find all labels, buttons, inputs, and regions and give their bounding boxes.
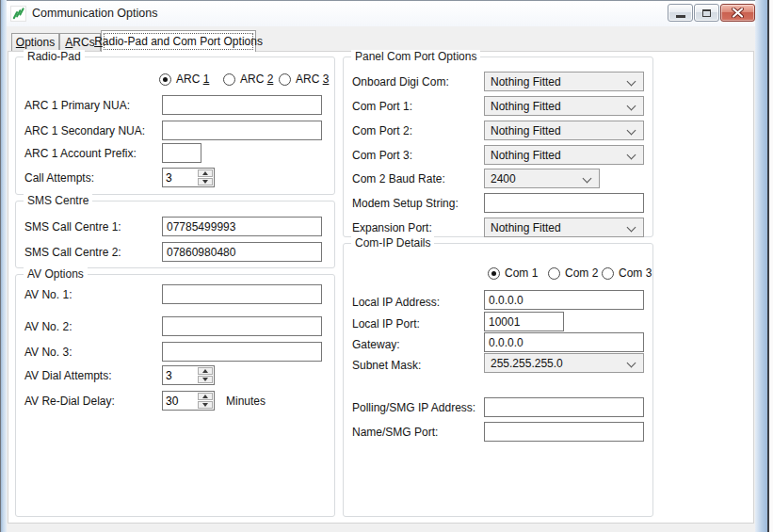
radio-arc-1[interactable]: ARC 1 <box>159 73 209 86</box>
label-com-port-2: Com Port 2: <box>352 121 412 140</box>
label-call-attempts: Call Attempts: <box>24 168 94 187</box>
radio-circle-icon <box>223 73 235 86</box>
communication-options-window: Communication Options Options ARCs Radio… <box>0 0 769 532</box>
sms-centre-2-input[interactable] <box>162 242 322 262</box>
arc1-primary-nua-input[interactable] <box>162 95 322 115</box>
up-arrow-icon <box>202 395 208 398</box>
label-av-redial-delay: AV Re-Dial Delay: <box>24 391 115 411</box>
call-attempts-down-button[interactable] <box>198 178 213 185</box>
label-polling-smg-ip: Polling/SMG IP Address: <box>352 397 475 417</box>
onboard-digi-com-value: Nothing Fitted <box>491 75 561 89</box>
radio-com-2[interactable]: Com 2 <box>548 266 598 280</box>
label-av-no-1: AV No. 1: <box>24 284 72 304</box>
down-arrow-icon <box>202 180 208 184</box>
com-port-3-value: Nothing Fitted <box>491 149 561 162</box>
expansion-port-value: Nothing Fitted <box>491 221 561 234</box>
com-port-2-select[interactable]: Nothing Fitted <box>484 121 644 140</box>
radio-arc-2[interactable]: ARC 2 <box>223 73 273 86</box>
group-panel-com-port-title: Panel Com Port Options <box>351 50 480 63</box>
down-arrow-icon <box>202 403 208 407</box>
name-smg-port-input[interactable] <box>484 422 644 442</box>
titlebar[interactable]: Communication Options <box>7 1 755 26</box>
radio-circle-icon <box>279 73 291 86</box>
minimize-button[interactable] <box>668 4 693 22</box>
chevron-down-icon <box>627 126 636 136</box>
chevron-down-icon <box>627 151 636 160</box>
com2-baud-rate-value: 2400 <box>491 172 516 185</box>
modem-setup-string-input[interactable] <box>484 193 644 213</box>
com-port-3-select[interactable]: Nothing Fitted <box>484 145 644 165</box>
radio-com-1[interactable]: Com 1 <box>488 266 538 280</box>
radio-circle-icon <box>159 73 171 86</box>
label-expansion-port: Expansion Port: <box>352 218 432 237</box>
maximize-icon <box>702 9 711 17</box>
local-ip-port-input[interactable] <box>484 312 564 331</box>
av-redial-delay-up-button[interactable] <box>198 393 213 400</box>
maximize-button[interactable] <box>694 4 719 22</box>
radio-arc-2-label: ARC 2 <box>240 73 273 86</box>
chevron-down-icon <box>627 359 636 368</box>
tab-radio-pad-com-port[interactable]: Radio-Pad and Com Port Options <box>101 30 256 52</box>
group-av-options-title: AV Options <box>24 267 88 281</box>
label-modem-setup-string: Modem Setup String: <box>352 193 459 213</box>
radio-arc-3[interactable]: ARC 3 <box>279 73 329 86</box>
onboard-digi-com-select[interactable]: Nothing Fitted <box>484 72 644 91</box>
label-av-no-3: AV No. 3: <box>24 342 72 362</box>
label-com2-baud-rate: Com 2 Baud Rate: <box>352 169 445 188</box>
chevron-down-icon <box>627 223 636 233</box>
label-com-port-3: Com Port 3: <box>352 145 412 165</box>
chevron-down-icon <box>627 102 636 111</box>
av-dial-attempts-down-button[interactable] <box>198 376 213 383</box>
app-logo-icon <box>10 6 26 22</box>
group-radio-pad-title: Radio-Pad <box>24 50 85 63</box>
window-frame-right <box>755 0 769 532</box>
com-port-1-select[interactable]: Nothing Fitted <box>484 96 644 116</box>
subnet-mask-select[interactable]: 255.255.255.0 <box>484 353 644 373</box>
radio-com-3[interactable]: Com 3 <box>602 266 652 280</box>
label-name-smg-port: Name/SMG Port: <box>352 422 438 442</box>
com2-baud-rate-select[interactable]: 2400 <box>484 169 600 188</box>
gateway-input[interactable] <box>484 332 644 352</box>
chevron-down-icon <box>627 77 636 87</box>
radio-circle-icon <box>602 267 614 280</box>
radio-com-2-label: Com 2 <box>565 266 598 280</box>
label-subnet-mask: Subnet Mask: <box>352 355 421 375</box>
radio-circle-icon <box>548 267 560 280</box>
close-button[interactable] <box>720 4 755 22</box>
close-icon <box>732 8 744 18</box>
group-sms-centre-title: SMS Centre <box>24 194 92 207</box>
label-com-port-1: Com Port 1: <box>352 96 412 116</box>
com-port-1-value: Nothing Fitted <box>491 100 561 113</box>
radio-circle-icon <box>488 267 500 280</box>
down-arrow-icon <box>202 378 208 381</box>
label-local-ip-address: Local IP Address: <box>352 292 440 312</box>
subnet-mask-value: 255.255.255.0 <box>491 357 563 370</box>
sms-centre-1-input[interactable] <box>162 217 322 236</box>
label-onboard-digi-com: Onboard Digi Com: <box>352 72 449 91</box>
av-dial-attempts-up-button[interactable] <box>198 367 213 375</box>
local-ip-address-input[interactable] <box>484 290 644 310</box>
window-frame-left <box>0 0 7 532</box>
call-attempts-up-button[interactable] <box>198 169 213 177</box>
window-title: Communication Options <box>32 7 157 20</box>
polling-smg-ip-input[interactable] <box>484 397 644 417</box>
tab-options[interactable]: Options <box>11 33 59 51</box>
label-av-dial-attempts: AV Dial Attempts: <box>24 365 111 385</box>
av-no-2-input[interactable] <box>162 316 322 336</box>
label-local-ip-port: Local IP Port: <box>352 314 420 333</box>
group-com-ip-details-title: Com-IP Details <box>351 236 434 250</box>
av-no-3-input[interactable] <box>162 342 322 362</box>
radio-arc-1-label: ARC 1 <box>176 73 209 86</box>
arc1-secondary-nua-input[interactable] <box>162 121 322 140</box>
av-no-1-input[interactable] <box>162 284 322 304</box>
av-dial-attempts-stepper <box>162 365 215 385</box>
label-gateway: Gateway: <box>352 334 400 354</box>
radio-com-1-label: Com 1 <box>505 266 538 280</box>
expansion-port-select[interactable]: Nothing Fitted <box>484 218 644 237</box>
label-sms-centre-1: SMS Call Centre 1: <box>24 217 121 236</box>
arc1-account-prefix-input[interactable] <box>162 143 201 163</box>
minimize-icon <box>676 15 685 18</box>
radio-com-3-label: Com 3 <box>619 266 652 280</box>
av-redial-delay-down-button[interactable] <box>198 401 213 409</box>
com-port-2-value: Nothing Fitted <box>491 124 561 137</box>
